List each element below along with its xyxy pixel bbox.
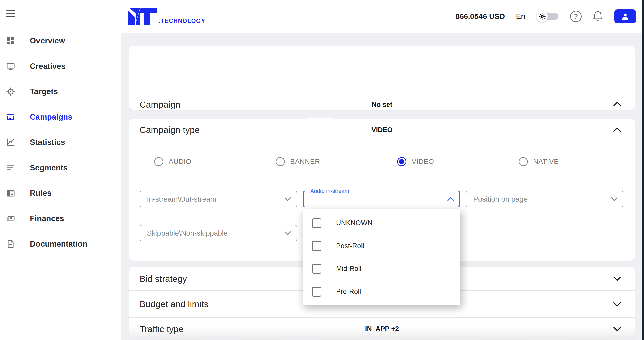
stream-type-select[interactable]: In-stream\Out-stream — [140, 191, 297, 207]
sidebar-item-label: Statistics — [30, 138, 65, 147]
radio-banner[interactable]: BANNER — [276, 157, 320, 166]
budget-expand-button[interactable] — [612, 300, 622, 308]
account-balance: 866.0546 USD — [455, 12, 505, 21]
card-list-icon — [6, 189, 15, 198]
checkbox-unchecked-icon[interactable] — [312, 218, 321, 228]
traffic-type-expand-button[interactable] — [612, 325, 622, 333]
radio-circle — [154, 157, 163, 166]
dropdown-option-pre-roll[interactable]: Pre-Roll — [303, 280, 460, 303]
monitor-icon — [6, 62, 15, 71]
chevron-down-icon — [611, 197, 617, 201]
chevron-down-icon — [285, 197, 291, 201]
sidebar-item-finances[interactable]: Finances — [0, 206, 121, 231]
chevron-down-icon — [613, 277, 621, 281]
sidebar-item-label: Segments — [30, 163, 68, 172]
radio-circle-checked — [397, 157, 406, 166]
sidebar-item-segments[interactable]: Segments — [0, 155, 121, 180]
chevron-down-icon — [613, 327, 621, 331]
person-icon — [621, 12, 629, 21]
sidebar-item-label: Campaigns — [30, 113, 72, 122]
checkbox-unchecked-icon[interactable] — [312, 241, 321, 251]
traffic-type-value: IN_APP +2 — [129, 325, 635, 333]
logo-mark-icon — [128, 8, 158, 25]
window-edge-strip — [642, 0, 644, 340]
sidebar-item-label: Rules — [30, 189, 51, 198]
question-glyph: ? — [574, 13, 578, 20]
line-chart-icon — [6, 138, 15, 147]
radio-circle — [519, 157, 528, 166]
banknote-icon — [6, 214, 15, 223]
logo-text: .TECHNOLOGY — [159, 18, 205, 24]
campaign-type-summary: VIDEO — [129, 126, 635, 134]
sidebar-item-documentation[interactable]: Documentation — [0, 231, 121, 257]
sidebar-item-creatives[interactable]: Creatives — [0, 54, 121, 79]
audio-in-stream-select[interactable]: Audio in-stream — [303, 191, 460, 207]
sidebar-item-label: Documentation — [30, 239, 87, 249]
audio-in-stream-dropdown: UNKNOWN Post-Roll Mid-Roll Pre-Roll — [303, 209, 460, 305]
radio-native[interactable]: NATIVE — [519, 157, 559, 166]
skippable-select[interactable]: Skippable\Non-skippable — [140, 225, 297, 241]
notifications-bell-icon[interactable] — [593, 11, 603, 22]
sidebar-item-statistics[interactable]: Statistics — [0, 130, 121, 155]
sidebar-item-label: Finances — [30, 214, 64, 223]
campaign-type-options: AUDIO BANNER VIDEO NATIVE — [140, 157, 623, 167]
chevron-up-icon — [613, 102, 621, 106]
position-on-page-value: Position on page — [473, 195, 528, 203]
sidebar-item-label: Overview — [30, 36, 65, 45]
dropdown-option-unknown[interactable]: UNKNOWN — [303, 212, 460, 234]
radio-circle — [276, 157, 285, 166]
video-selects-row: In-stream\Out-stream Audio in-stream Pos… — [140, 191, 623, 207]
sun-icon — [536, 11, 548, 22]
stream-type-value: In-stream\Out-stream — [147, 195, 216, 203]
main-area: .TECHNOLOGY 866.0546 USD En — [121, 0, 644, 340]
header-actions: 866.0546 USD En — [455, 0, 636, 33]
document-icon — [6, 240, 15, 248]
profile-button[interactable] — [614, 9, 636, 23]
crosshair-icon — [6, 87, 15, 96]
dropdown-option-post-roll[interactable]: Post-Roll — [303, 234, 460, 257]
language-selector[interactable]: En — [516, 12, 525, 21]
sidebar-item-rules[interactable]: Rules — [0, 180, 121, 206]
top-header: .TECHNOLOGY 866.0546 USD En — [121, 0, 644, 33]
bid-strategy-expand-button[interactable] — [612, 275, 622, 283]
position-on-page-select[interactable]: Position on page — [466, 191, 623, 207]
audio-in-stream-label: Audio in-stream — [308, 188, 351, 195]
campaign-card: Campaign No set Status * Active — [129, 46, 635, 110]
chevron-down-icon — [285, 231, 291, 235]
hamburger-menu-icon[interactable] — [6, 10, 15, 17]
chevron-up-icon — [447, 197, 454, 201]
sidebar-item-targets[interactable]: Targets — [0, 79, 121, 104]
radio-video[interactable]: VIDEO — [397, 157, 434, 166]
lines-icon — [6, 164, 15, 172]
sidebar-item-label: Creatives — [30, 62, 65, 71]
campaign-summary-badge: No set — [129, 101, 635, 109]
radio-audio[interactable]: AUDIO — [154, 157, 191, 166]
checkbox-unchecked-icon[interactable] — [312, 287, 321, 297]
traffic-type-row[interactable]: Traffic type IN_APP +2 — [129, 318, 635, 340]
campaign-type-collapse-button[interactable] — [612, 125, 622, 134]
bid-strategy-title: Bid strategy — [140, 274, 187, 284]
chevron-up-icon — [613, 128, 621, 132]
sidebar-item-campaigns[interactable]: Campaigns — [0, 104, 121, 130]
budget-and-limits-title: Budget and limits — [140, 299, 209, 309]
chevron-down-icon — [613, 302, 621, 306]
dropdown-option-mid-roll[interactable]: Mid-Roll — [303, 257, 460, 280]
sidebar: Overview Creatives — [0, 0, 121, 340]
storefront-icon — [6, 113, 15, 121]
checkbox-unchecked-icon[interactable] — [312, 264, 321, 274]
sidebar-item-overview[interactable]: Overview — [0, 28, 121, 54]
skippable-value: Skippable\Non-skippable — [147, 229, 228, 237]
campaign-collapse-button[interactable] — [612, 100, 622, 108]
help-icon[interactable]: ? — [570, 11, 582, 22]
sidebar-item-label: Targets — [30, 87, 58, 96]
sidebar-nav: Overview Creatives — [0, 28, 121, 257]
theme-toggle[interactable] — [536, 11, 559, 22]
dashboard-icon — [6, 37, 15, 45]
nt-technology-logo[interactable]: .TECHNOLOGY — [128, 8, 205, 25]
app-window: Overview Creatives — [0, 0, 644, 340]
